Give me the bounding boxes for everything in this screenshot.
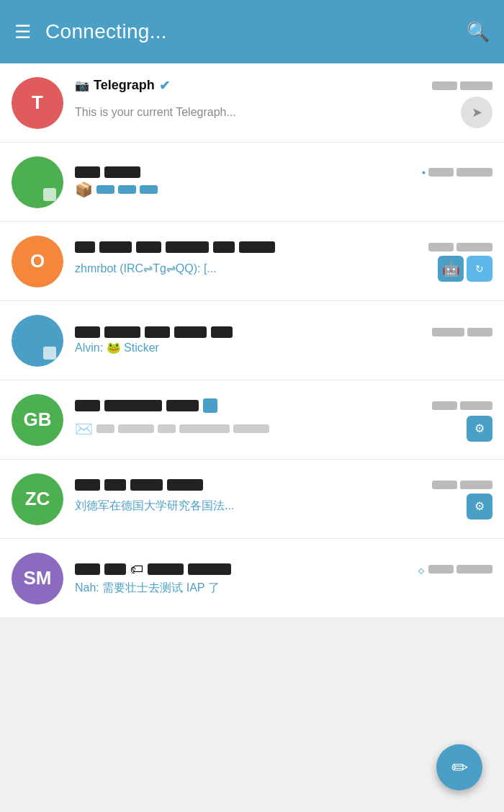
chat-preview: 刘德军在德国大学研究各国法... (75, 499, 234, 514)
avatar: O (12, 236, 63, 287)
chat-name-blurred: 🏷 (75, 562, 231, 577)
chat-list: T 📷 Telegraph ✔ This is your current Tel… (0, 63, 504, 618)
time-block (432, 481, 457, 489)
preview-block (96, 185, 114, 194)
preview-block (158, 424, 176, 433)
time-area (432, 401, 492, 410)
flag-icon: 🏷 (130, 562, 143, 577)
chat-item-2[interactable]: ▪ 📦 (0, 143, 504, 222)
time-block (460, 401, 492, 410)
chat-name-blurred (75, 241, 275, 253)
time-block (456, 168, 492, 177)
avatar (12, 156, 63, 208)
bot-icon: ⚙ (467, 416, 492, 442)
time-area: ▪ (422, 166, 492, 178)
chat-name-blurred (75, 398, 217, 413)
compose-icon: ✏ (451, 756, 468, 780)
chat-content: 🏷 ⬦ Nah: 需要壮士去测试 IAP 了 (75, 561, 492, 596)
preview-block (233, 424, 269, 433)
chat-item-3[interactable]: O zhmrbot (IRC⇌Tg⇌QQ): [... (0, 222, 504, 301)
chat-name-text: Telegraph (94, 78, 155, 93)
chat-name-blurred (75, 326, 233, 338)
emoji-icon: 📦 (75, 181, 93, 198)
chat-preview: Nah: 需要壮士去测试 IAP 了 (75, 581, 492, 596)
bot-icon-2: ↻ (467, 256, 492, 282)
time-block (467, 328, 492, 336)
time-area (428, 243, 492, 251)
preview-block (118, 185, 136, 194)
chat-content: Alvin: 🐸 Sticker (75, 326, 492, 354)
preview-blocks: ✉️ (75, 420, 269, 437)
blue-dot-icon: ▪ (422, 166, 426, 178)
avatar: ZC (12, 473, 63, 525)
time-block (428, 168, 454, 177)
avatar: T (12, 77, 63, 129)
chat-item-5[interactable]: GB ✉️ (0, 380, 504, 460)
chat-content: ✉️ ⚙ (75, 398, 492, 442)
avatar (12, 315, 63, 367)
chat-item-6[interactable]: ZC 刘德军在德国大学研究各国法... ⚙ (0, 460, 504, 539)
blue-square-icon (203, 398, 217, 413)
avatar: SM (12, 553, 63, 604)
chat-name: 📷 Telegraph ✔ (75, 78, 432, 94)
share-button[interactable]: ➤ (461, 97, 492, 128)
chat-item-4[interactable]: Alvin: 🐸 Sticker (0, 301, 504, 380)
preview-blocks: 📦 (75, 181, 492, 198)
time-block (460, 481, 492, 489)
time-block (456, 243, 492, 251)
preview-block (179, 424, 230, 433)
time-block (456, 565, 492, 574)
time-area: ⬦ (417, 561, 492, 578)
chat-content: ▪ 📦 (75, 166, 492, 198)
name-block (104, 166, 140, 178)
chat-item-telegraph[interactable]: T 📷 Telegraph ✔ This is your current Tel… (0, 63, 504, 143)
search-icon[interactable]: 🔍 (467, 21, 490, 43)
bot-icon: ⚙ (467, 494, 492, 519)
time-block-1 (432, 81, 457, 90)
time-block (428, 243, 454, 251)
chat-content: 📷 Telegraph ✔ This is your current Teleg… (75, 78, 492, 128)
chat-item-7[interactable]: SM 🏷 ⬦ Nah: 需要壮士去测试 IAP 了 (0, 539, 504, 618)
time-area (432, 481, 492, 489)
bot-status-icon: 🤖 ↻ (438, 256, 492, 282)
preview-block (96, 424, 114, 433)
time-block (432, 328, 464, 336)
envelope-icon: ✉️ (75, 420, 93, 437)
app-title: Connecting... (45, 20, 452, 43)
time-area (432, 81, 492, 90)
chat-preview: This is your current Telegraph... (75, 106, 236, 119)
preview-block (118, 424, 154, 433)
chat-content: zhmrbot (IRC⇌Tg⇌QQ): [... 🤖 ↻ (75, 241, 492, 282)
chat-preview: zhmrbot (IRC⇌Tg⇌QQ): [... (75, 262, 217, 275)
top-bar: ☰ Connecting... 🔍 (0, 0, 504, 63)
hamburger-menu-icon[interactable]: ☰ (14, 21, 31, 43)
compose-fab-button[interactable]: ✏ (436, 744, 482, 790)
time-area (432, 328, 492, 336)
status-icon: ⬦ (417, 561, 426, 578)
verified-badge-icon: ✔ (159, 78, 170, 94)
chat-name-blurred (75, 479, 203, 491)
camera-icon: 📷 (75, 79, 89, 92)
time-block-2 (460, 81, 492, 90)
avatar: GB (12, 394, 63, 446)
name-block (75, 166, 100, 178)
preview-block (140, 185, 158, 194)
bot-icon: 🤖 (438, 256, 464, 282)
chat-preview: Alvin: 🐸 Sticker (75, 341, 492, 354)
chat-name-blurred (75, 166, 140, 178)
time-block (432, 401, 457, 410)
chat-content: 刘德军在德国大学研究各国法... ⚙ (75, 479, 492, 519)
time-block (428, 565, 454, 574)
